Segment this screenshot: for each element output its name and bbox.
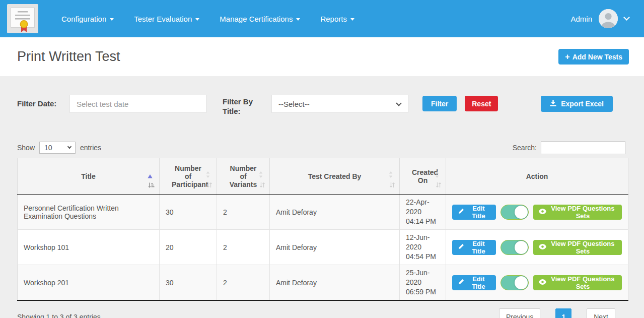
sort-both-icon — [436, 181, 442, 189]
reset-button[interactable]: Reset — [465, 96, 498, 111]
cell-title: Personnel Certification Written Examinat… — [18, 195, 160, 230]
toggle-knob — [515, 206, 528, 219]
avatar[interactable] — [599, 9, 618, 28]
pagination: Previous 1 Next — [499, 308, 615, 318]
export-excel-button[interactable]: Export Excel — [541, 96, 613, 112]
view-pdf-button[interactable]: View PDF Questions Sets — [533, 275, 622, 290]
column-header-title[interactable]: Title — [18, 158, 160, 195]
active-toggle[interactable] — [500, 205, 529, 220]
cell-variants: 2 — [217, 265, 270, 301]
column-header-action: Action — [446, 158, 628, 195]
add-new-tests-label: Add New Tests — [573, 53, 622, 61]
cell-created-by: Amit Deforay — [270, 195, 400, 230]
certificate-logo-icon — [7, 4, 38, 33]
entries-label: entries — [80, 144, 101, 152]
caret-down-icon — [110, 18, 114, 21]
tests-table: Title — [17, 158, 628, 301]
cell-variants: 2 — [217, 195, 270, 230]
cell-participants: 20 — [160, 230, 217, 265]
cell-created-by: Amit Deforay — [270, 265, 400, 301]
column-title-label: Title — [81, 172, 96, 180]
filter-title-select[interactable]: --Select-- — [271, 95, 408, 113]
sort-amount-icon — [148, 182, 155, 190]
toggle-knob — [515, 241, 528, 254]
sort-carets-icon — [206, 171, 210, 179]
filter-button[interactable]: Filter — [422, 96, 457, 111]
filter-title-label: Filter By Title: — [223, 95, 256, 116]
eye-icon — [539, 208, 546, 216]
table-row: Workshop 101 20 2 Amit Deforay 12-Jun-20… — [18, 230, 628, 265]
sort-carets-icon — [259, 171, 263, 179]
pencil-icon — [458, 243, 464, 251]
search-area: Search: — [513, 141, 625, 154]
sort-carets-icon — [389, 171, 393, 179]
show-label: Show — [17, 144, 35, 152]
caret-down-icon — [296, 18, 300, 21]
table-row: Personnel Certification Written Examinat… — [18, 195, 628, 230]
edit-title-button[interactable]: Edit Title — [452, 275, 496, 290]
column-created-by-label: Test Created By — [308, 172, 362, 180]
search-label: Search: — [513, 144, 537, 152]
nav-configuration[interactable]: Configuration — [61, 15, 114, 23]
toggle-knob — [515, 276, 528, 289]
edit-title-button[interactable]: Edit Title — [452, 240, 496, 255]
created-date: 25-Jun-2020 — [406, 268, 440, 287]
column-variants-label: Number of Variants — [230, 164, 257, 188]
chevron-down-icon[interactable] — [623, 14, 630, 21]
eye-icon — [539, 243, 546, 251]
nav-reports[interactable]: Reports — [320, 15, 354, 23]
current-page-button[interactable]: 1 — [555, 308, 571, 318]
tests-table-wrapper: Title — [17, 158, 628, 301]
view-pdf-button[interactable]: View PDF Questions Sets — [533, 205, 622, 220]
page-size-select[interactable]: 10 — [39, 142, 76, 154]
column-created-on-label: Created On — [412, 168, 438, 184]
edit-title-label: Edit Title — [467, 275, 490, 290]
column-action-label: Action — [526, 172, 548, 180]
column-header-created-on[interactable]: Created On — [400, 158, 446, 195]
column-header-variants[interactable]: Number of Variants — [217, 158, 270, 195]
cell-variants: 2 — [217, 230, 270, 265]
active-toggle[interactable] — [500, 240, 529, 255]
created-time: 04:14 PM — [406, 217, 440, 226]
cell-participants: 30 — [160, 265, 217, 301]
cell-action: Edit Title View PDF Questions Sets — [446, 195, 628, 230]
created-date: 22-Apr-2020 — [406, 198, 440, 217]
pencil-icon — [458, 208, 464, 216]
sort-both-icon — [259, 181, 265, 189]
filter-date-input[interactable] — [69, 95, 206, 113]
edit-title-button[interactable]: Edit Title — [452, 205, 496, 220]
cell-created-on: 12-Jun-2020 04:54 PM — [400, 230, 446, 265]
table-controls: Show 10 entries Search: — [17, 141, 628, 154]
column-header-participants[interactable]: Number of Participant — [160, 158, 217, 195]
export-excel-label: Export Excel — [561, 100, 604, 108]
top-navbar: Configuration Tester Evaluation Manage C… — [0, 0, 644, 37]
active-toggle[interactable] — [500, 275, 529, 290]
user-menu[interactable]: Admin — [570, 9, 629, 28]
previous-page-button[interactable]: Previous — [499, 308, 540, 318]
nav-reports-label: Reports — [320, 15, 347, 23]
table-footer: Showing 1 to 3 of 3 entries Previous 1 N… — [17, 308, 628, 318]
column-participants-label: Number of Participant — [172, 164, 208, 188]
chevron-down-icon — [396, 100, 401, 106]
nav-tester-evaluation[interactable]: Tester Evaluation — [134, 15, 199, 23]
sort-ascending-icon — [148, 172, 153, 180]
app-window: Configuration Tester Evaluation Manage C… — [0, 0, 644, 318]
cell-action: Edit Title View PDF Questions Sets — [446, 265, 628, 301]
main-menu: Configuration Tester Evaluation Manage C… — [61, 15, 354, 23]
nav-configuration-label: Configuration — [61, 15, 106, 23]
next-page-button[interactable]: Next — [587, 308, 615, 318]
search-input[interactable] — [541, 141, 625, 154]
table-row: Workshop 201 30 2 Amit Deforay 25-Jun-20… — [18, 265, 628, 301]
eye-icon — [539, 279, 546, 286]
add-new-tests-button[interactable]: + Add New Tests — [558, 49, 629, 65]
edit-title-label: Edit Title — [467, 205, 490, 220]
caret-down-icon — [350, 18, 354, 21]
nav-manage-certifications[interactable]: Manage Certifications — [220, 15, 300, 23]
view-pdf-button[interactable]: View PDF Questions Sets — [533, 240, 622, 255]
column-header-created-by[interactable]: Test Created By — [270, 158, 400, 195]
cell-created-on: 22-Apr-2020 04:14 PM — [400, 195, 446, 230]
page-header: Print Written Test + Add New Tests — [0, 37, 644, 76]
created-time: 06:59 PM — [406, 287, 440, 297]
chevron-down-icon — [67, 145, 71, 149]
cell-participants: 30 — [160, 195, 217, 230]
